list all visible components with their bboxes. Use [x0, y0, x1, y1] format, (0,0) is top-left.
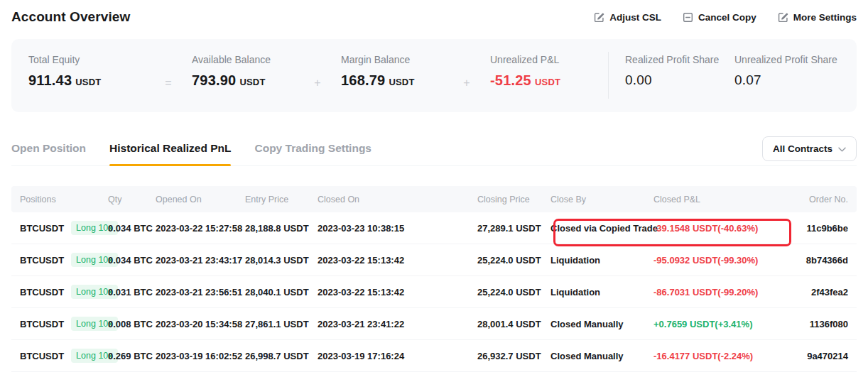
symbol-label[interactable]: BTCUSDT: [20, 319, 64, 329]
position-cell: BTCUSDTLong 10x: [20, 349, 108, 363]
account-stats-panel: Total Equity 911.43USDT = Available Bala…: [11, 39, 857, 112]
stat-unrealized-pnl: Unrealized P&L -51.25USDT: [490, 54, 597, 89]
qty-cell: 0.269 BTC: [108, 351, 156, 361]
all-contracts-dropdown[interactable]: All Contracts: [762, 136, 857, 161]
table-row: BTCUSDTLong 10x0.034 BTC2023-03-22 15:27…: [11, 212, 857, 244]
closed-on-cell: 2023-03-22 15:13:42: [318, 255, 477, 266]
close-by-cell: Closed Manually: [550, 319, 653, 329]
order-no-cell: 11c9b6be: [783, 223, 848, 234]
page-title: Account Overview: [11, 9, 130, 25]
symbol-label[interactable]: BTCUSDT: [20, 351, 64, 361]
close-by-cell: Liquidation: [550, 255, 653, 266]
opened-on-cell: 2023-03-21 23:43:17: [156, 255, 245, 266]
stat-value: 0.00: [625, 72, 652, 87]
closed-pnl-cell: -39.1548 USDT(-40.63%): [653, 223, 783, 234]
cancel-copy-label: Cancel Copy: [698, 12, 756, 23]
stats-divider: [608, 52, 609, 99]
closing-price-cell: 28,001.4 USDT: [477, 319, 550, 329]
stat-realized-profit-share: Realized Profit Share 0.00: [625, 54, 734, 88]
symbol-label[interactable]: BTCUSDT: [20, 255, 64, 266]
column-header: Order No.: [783, 195, 848, 204]
entry-price-cell: 28,188.8 USDT: [245, 223, 318, 234]
opened-on-cell: 2023-03-19 16:02:52: [156, 351, 245, 361]
edit-square-icon: [594, 12, 604, 23]
tab-copy-trading-settings[interactable]: Copy Trading Settings: [254, 142, 371, 165]
column-header: Qty: [108, 195, 156, 204]
stat-label: Available Balance: [192, 54, 313, 65]
stat-unit: USDT: [75, 77, 101, 87]
stat-label: Total Equity: [28, 54, 163, 65]
closed-on-cell: 2023-03-19 17:16:24: [318, 351, 477, 361]
equals-operator: =: [163, 77, 173, 89]
cancel-copy-button[interactable]: Cancel Copy: [683, 12, 756, 23]
stat-label: Margin Balance: [341, 54, 462, 65]
position-cell: BTCUSDTLong 10x: [20, 221, 108, 235]
column-header: Entry Price: [245, 195, 318, 204]
column-header: Closing Price: [477, 195, 550, 204]
stat-unit: USDT: [535, 77, 560, 87]
stat-unit: USDT: [239, 77, 265, 87]
opened-on-cell: 2023-03-22 15:27:58: [156, 223, 245, 234]
header-actions: Adjust CSL Cancel Copy M: [594, 12, 857, 23]
stat-label: Unrealized P&L: [490, 54, 597, 65]
closing-price-cell: 27,289.1 USDT: [477, 223, 550, 234]
entry-price-cell: 26,998.7 USDT: [245, 351, 318, 361]
table-row: BTCUSDTLong 10x0.269 BTC2023-03-19 16:02…: [11, 340, 857, 372]
stat-label: Unrealized Profit Share: [734, 54, 837, 65]
table-row: BTCUSDTLong 10x0.008 BTC2023-03-20 15:34…: [11, 308, 857, 340]
stat-value: -51.25: [490, 72, 531, 88]
entry-price-cell: 28,014.3 USDT: [245, 255, 318, 266]
closed-on-cell: 2023-03-22 15:13:42: [318, 287, 477, 298]
tabs: Open Position Historical Realized PnL Co…: [11, 142, 371, 165]
position-cell: BTCUSDTLong 10x: [20, 285, 108, 299]
table-row: BTCUSDTLong 10x0.034 BTC2023-03-21 23:43…: [11, 244, 857, 276]
entry-price-cell: 27,861.1 USDT: [245, 319, 318, 329]
symbol-label[interactable]: BTCUSDT: [20, 223, 64, 234]
qty-cell: 0.008 BTC: [108, 319, 156, 329]
stat-value: 793.90: [192, 72, 236, 88]
adjust-csl-button[interactable]: Adjust CSL: [594, 12, 661, 23]
stat-margin-balance: Margin Balance 168.79USDT: [341, 54, 462, 89]
pnl-table: PositionsQtyOpened OnEntry PriceClosed O…: [11, 186, 857, 372]
closed-pnl-cell: -16.4177 USDT(-2.24%): [653, 351, 783, 361]
closed-on-cell: 2023-03-23 10:38:15: [318, 223, 477, 234]
closed-pnl-cell: +0.7659 USDT(+3.41%): [653, 319, 783, 329]
stat-unit: USDT: [389, 77, 414, 87]
stat-value: 911.43: [28, 72, 72, 88]
more-settings-button[interactable]: More Settings: [778, 12, 857, 23]
closing-price-cell: 25,224.0 USDT: [477, 255, 550, 266]
closed-pnl-cell: -95.0932 USDT(-99.30%): [653, 255, 783, 266]
opened-on-cell: 2023-03-20 15:34:58: [156, 319, 245, 329]
entry-price-cell: 28,040.1 USDT: [245, 287, 318, 298]
position-cell: BTCUSDTLong 10x: [20, 253, 108, 267]
chevron-down-icon: [838, 143, 846, 154]
close-by-cell: Liquidation: [550, 287, 653, 298]
tab-open-position[interactable]: Open Position: [11, 142, 86, 165]
closing-price-cell: 25,224.0 USDT: [477, 287, 550, 298]
opened-on-cell: 2023-03-21 23:56:51: [156, 287, 245, 298]
column-header: Opened On: [156, 195, 245, 204]
tab-historical-realized-pnl[interactable]: Historical Realized PnL: [109, 142, 231, 165]
more-settings-label: More Settings: [793, 12, 857, 23]
position-cell: BTCUSDTLong 10x: [20, 317, 108, 331]
column-header: Closed On: [318, 195, 477, 204]
qty-cell: 0.034 BTC: [108, 255, 156, 266]
order-no-cell: 9a470214: [783, 351, 848, 361]
stat-unrealized-profit-share: Unrealized Profit Share 0.07: [734, 54, 837, 88]
column-header: Positions: [20, 195, 108, 204]
close-by-cell: Closed Manually: [550, 351, 653, 361]
closed-pnl-cell: -86.7031 USDT(-99.20%): [653, 287, 783, 298]
table-row: BTCUSDTLong 10x0.031 BTC2023-03-21 23:56…: [11, 276, 857, 308]
stat-label: Realized Profit Share: [625, 54, 734, 65]
plus-operator: +: [462, 77, 472, 89]
stat-value: 0.07: [734, 72, 761, 87]
symbol-label[interactable]: BTCUSDT: [20, 287, 64, 298]
edit-square-icon: [778, 12, 788, 23]
plus-operator: +: [313, 77, 322, 89]
order-no-cell: 2f43fea2: [783, 287, 848, 298]
table-body: BTCUSDTLong 10x0.034 BTC2023-03-22 15:27…: [11, 212, 857, 372]
minus-square-icon: [683, 12, 693, 23]
order-no-cell: 1136f080: [783, 319, 848, 329]
all-contracts-label: All Contracts: [773, 143, 832, 154]
close-by-cell: Closed via Copied Trade: [550, 223, 653, 234]
